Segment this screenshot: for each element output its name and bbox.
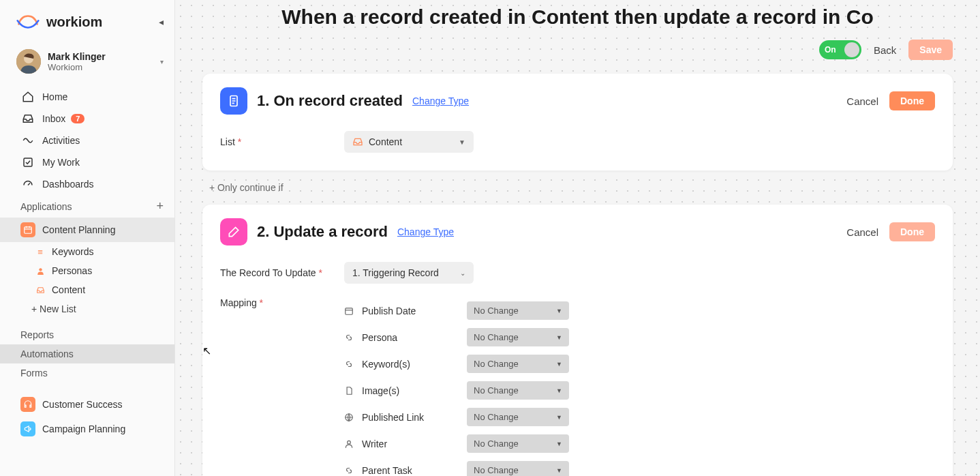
connector: + Only continue if (202, 170, 953, 205)
tray-icon (34, 286, 46, 295)
workiom-logo-icon (16, 12, 40, 31)
mapping-publish-date: Publish Date No Change▼ (344, 297, 935, 324)
step-2-change-type[interactable]: Change Type (397, 226, 454, 237)
link-icon (344, 466, 356, 475)
map-keywords-select[interactable]: No Change▼ (467, 355, 569, 373)
user-name: Mark Klinger (48, 51, 106, 62)
step-1-cancel[interactable]: Cancel (846, 95, 878, 107)
nav-dashboards[interactable]: Dashboards (0, 173, 174, 195)
chevron-down-icon: ▼ (556, 414, 562, 421)
only-continue-if[interactable]: + Only continue if (209, 182, 284, 193)
section-automations[interactable]: Automations (0, 344, 174, 363)
step-1-title: 1. On record created (257, 92, 403, 110)
mapping-label: Mapping * (220, 297, 344, 308)
page-title: When a record created in Content then up… (202, 0, 953, 37)
mapping-parent-task: Parent Task No Change▼ (344, 457, 935, 476)
svg-rect-3 (25, 227, 32, 233)
person-icon (34, 267, 46, 276)
record-value: 1. Triggering Record (352, 267, 439, 278)
map-parent-task-select[interactable]: No Change▼ (467, 461, 569, 476)
logo-row: workiom ◂ (0, 0, 174, 44)
step-2-cancel[interactable]: Cancel (846, 226, 878, 238)
new-list-button[interactable]: + New List (0, 299, 174, 318)
inbox-icon (20, 113, 35, 125)
step-1-done[interactable]: Done (889, 91, 935, 110)
back-button[interactable]: Back (874, 44, 896, 56)
svg-rect-2 (24, 158, 32, 166)
app-campaign-planning[interactable]: Campaign Planning (0, 417, 174, 441)
calendar-icon (344, 306, 356, 316)
user-menu[interactable]: Mark Klinger Workiom ▾ (0, 44, 174, 79)
svg-rect-6 (346, 308, 353, 314)
chevron-down-icon: ▼ (556, 334, 562, 341)
avatar (16, 49, 41, 74)
add-app-icon[interactable]: + (156, 199, 164, 213)
list-keywords[interactable]: ≡ Keywords (0, 242, 174, 261)
activities-icon (20, 134, 35, 147)
nav-inbox[interactable]: Inbox 7 (0, 108, 174, 130)
megaphone-icon (20, 421, 35, 436)
user-info: Mark Klinger Workiom (48, 51, 106, 72)
mywork-icon (20, 156, 35, 168)
nav-activities[interactable]: Activities (0, 130, 174, 151)
list-value: Content (369, 136, 402, 147)
collapse-sidebar-icon[interactable]: ◂ (159, 16, 164, 27)
map-published-link-select[interactable]: No Change▼ (467, 408, 569, 426)
map-writer-select[interactable]: No Change▼ (467, 434, 569, 453)
save-button[interactable]: Save (908, 40, 953, 60)
chevron-down-icon: ▼ (556, 387, 562, 394)
chevron-down-icon: ▼ (556, 361, 562, 368)
map-images-select[interactable]: No Change▼ (467, 381, 569, 400)
mapping-images: Image(s) No Change▼ (344, 377, 935, 404)
record-label: The Record To Update * (220, 267, 344, 278)
link-icon (344, 333, 356, 342)
section-reports[interactable]: Reports (0, 325, 174, 344)
headset-icon (20, 397, 35, 412)
chevron-down-icon: ▼ (556, 308, 562, 314)
inbox-badge: 7 (71, 114, 85, 123)
nav-home-label: Home (42, 91, 67, 102)
chevron-down-icon: ▾ (160, 58, 164, 65)
step-2-title: 2. Update a record (257, 223, 388, 241)
mapping-keywords: Keyword(s) No Change▼ (344, 351, 935, 377)
app-customer-success[interactable]: Customer Success (0, 392, 174, 417)
top-actions: On Back Save (202, 37, 953, 74)
link-icon (344, 359, 356, 369)
applications-header: Applications + (0, 195, 174, 218)
action-icon (220, 218, 247, 246)
nav-activities-label: Activities (42, 135, 80, 146)
step-2-card: 2. Update a record Change Type Cancel Do… (202, 205, 953, 476)
map-publish-date-select[interactable]: No Change▼ (467, 301, 569, 320)
toggle-label: On (825, 45, 836, 55)
list-content[interactable]: Content (0, 280, 174, 299)
chevron-down-icon: ⌄ (460, 269, 465, 277)
lines-icon: ≡ (34, 247, 46, 257)
nav-mywork[interactable]: My Work (0, 151, 174, 173)
toggle-knob (844, 42, 859, 57)
mapping-writer: Writer No Change▼ (344, 430, 935, 457)
step-1-change-type[interactable]: Change Type (412, 95, 469, 106)
step-2-done[interactable]: Done (889, 222, 935, 241)
nav-home[interactable]: Home (0, 86, 174, 108)
nav-mywork-label: My Work (42, 157, 80, 168)
nav-inbox-label: Inbox (42, 113, 65, 124)
file-icon (344, 386, 356, 396)
app-content-planning[interactable]: Content Planning (0, 218, 174, 242)
app-content-planning-label: Content Planning (42, 224, 115, 235)
brand-name: workiom (46, 14, 102, 30)
list-personas[interactable]: Personas (0, 261, 174, 280)
user-org: Workiom (48, 62, 106, 72)
list-label: List * (220, 136, 344, 147)
main-content: When a record created in Content then up… (175, 0, 980, 476)
home-icon (20, 91, 35, 103)
trigger-icon (220, 87, 247, 115)
dashboards-icon (20, 178, 35, 190)
automation-toggle[interactable]: On (819, 40, 861, 59)
record-select[interactable]: 1. Triggering Record ⌄ (344, 262, 474, 284)
svg-point-8 (348, 441, 351, 444)
mapping-persona: Persona No Change▼ (344, 324, 935, 351)
map-persona-select[interactable]: No Change▼ (467, 328, 569, 346)
section-forms[interactable]: Forms (0, 363, 174, 383)
list-select[interactable]: Content ▼ (344, 131, 474, 153)
sidebar: workiom ◂ Mark Klinger Workiom ▾ Home In… (0, 0, 175, 476)
